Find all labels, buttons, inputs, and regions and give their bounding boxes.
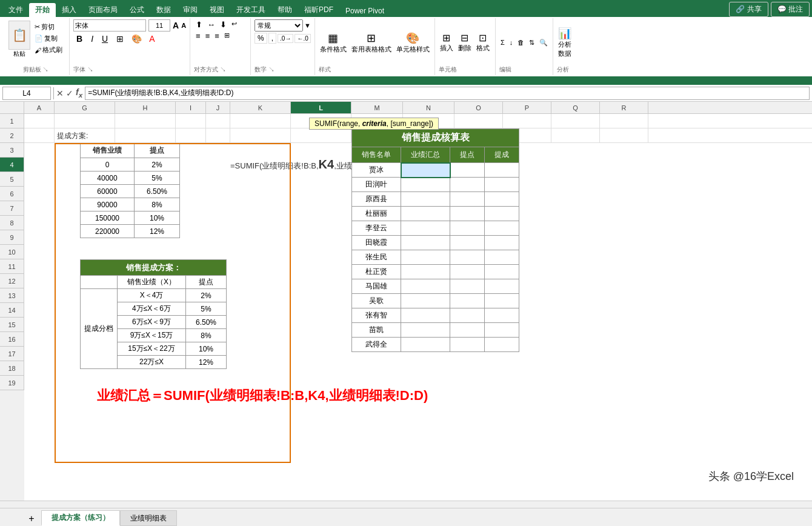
table-row[interactable] (450, 294, 485, 308)
table-row[interactable] (485, 279, 519, 294)
table-row[interactable] (485, 221, 519, 236)
tab-home[interactable]: 开始 (29, 3, 56, 17)
bold-button[interactable]: B (73, 33, 85, 45)
clear-button[interactable]: 🗑 (516, 38, 525, 47)
table-row[interactable] (450, 207, 485, 221)
tab-formula[interactable]: 公式 (124, 3, 150, 17)
table-row[interactable] (401, 192, 450, 207)
table-row[interactable]: 杜丽丽 (352, 207, 401, 221)
decrease-decimal[interactable]: ←.0 (295, 34, 310, 43)
table-row[interactable] (401, 178, 450, 192)
function-icon[interactable]: fx (76, 87, 82, 99)
table-row[interactable] (401, 207, 450, 221)
table-row[interactable]: 田晓霞 (352, 236, 401, 250)
data-analysis-button[interactable]: 📊分析数据 (557, 25, 573, 59)
table-row[interactable] (401, 338, 450, 352)
font-size-input[interactable] (148, 19, 170, 32)
table-row[interactable]: 苗凯 (352, 323, 401, 338)
horizontal-scrollbar[interactable] (0, 501, 812, 508)
col-header-L[interactable]: L (291, 102, 351, 113)
table-row[interactable] (485, 294, 519, 308)
table-row[interactable] (401, 250, 450, 265)
align-bottom[interactable]: ⬇ (218, 19, 228, 30)
table-row[interactable] (450, 221, 485, 236)
increase-decimal[interactable]: .0→ (278, 34, 293, 43)
table-row[interactable] (401, 265, 450, 279)
insert-button[interactable]: ⊞插入 (439, 31, 454, 54)
table-row[interactable] (401, 294, 450, 308)
format-button[interactable]: ⊡格式 (475, 31, 491, 54)
table-row[interactable]: 李登云 (352, 221, 401, 236)
table-row[interactable] (450, 323, 485, 338)
table-row[interactable] (450, 236, 485, 250)
table-format-button[interactable]: ⊞套用表格格式 (350, 30, 393, 55)
table-row[interactable] (485, 323, 519, 338)
tab-view[interactable]: 视图 (204, 3, 230, 17)
sales-row-0-name[interactable]: 贾冰 (352, 163, 401, 178)
paste-button[interactable]: 📋 粘贴 (7, 19, 32, 59)
tab-dev[interactable]: 开发工具 (230, 3, 271, 17)
sort-filter-button[interactable]: ⇅ (528, 38, 536, 48)
table-row[interactable] (450, 265, 485, 279)
sales-row-0-commission[interactable] (485, 163, 519, 178)
table-row[interactable] (401, 236, 450, 250)
tab-data[interactable]: 数据 (150, 3, 177, 17)
table-row[interactable]: 杜正贤 (352, 265, 401, 279)
align-left[interactable]: ≡ (194, 31, 202, 41)
table-row[interactable] (450, 192, 485, 207)
table-row[interactable] (485, 338, 519, 352)
align-middle[interactable]: ↔ (205, 19, 217, 30)
table-row[interactable] (401, 279, 450, 294)
table-row[interactable] (450, 250, 485, 265)
formula-input[interactable]: =SUMIF(业绩明细表!B:B,K4,业绩明细表!D:D) (85, 87, 810, 100)
sales-row-0-total[interactable] (401, 163, 450, 178)
cut-button[interactable]: ✂ 剪切 (33, 22, 64, 32)
sales-row-0-rate[interactable] (450, 163, 485, 178)
conditional-format-button[interactable]: ▦条件格式 (319, 30, 348, 55)
table-row[interactable]: 张有智 (352, 308, 401, 323)
text-wrap[interactable]: ↩ (230, 19, 239, 30)
font-name-input[interactable] (73, 19, 146, 32)
comma-button[interactable]: , (268, 33, 276, 44)
tab-pdf[interactable]: 福昕PDF (298, 3, 339, 17)
table-row[interactable]: 吴歌 (352, 294, 401, 308)
copy-button[interactable]: 📄 复制 (33, 33, 64, 44)
table-row[interactable] (401, 308, 450, 323)
table-row[interactable] (485, 308, 519, 323)
tab-file[interactable]: 文件 (2, 3, 29, 17)
table-row[interactable] (485, 192, 519, 207)
table-row[interactable]: 原西县 (352, 192, 401, 207)
cancel-icon[interactable]: ✕ (56, 88, 64, 98)
table-row[interactable] (450, 338, 485, 352)
share-button[interactable]: 🔗 共享 (729, 2, 768, 17)
tab-powerpivot[interactable]: Power Pivot (339, 5, 390, 17)
cell-style-button[interactable]: 🎨单元格样式 (395, 30, 431, 55)
table-row[interactable] (401, 221, 450, 236)
border-button[interactable]: ⊞ (113, 33, 127, 45)
delete-button[interactable]: ⊟删除 (457, 31, 473, 54)
table-row[interactable] (485, 250, 519, 265)
format-painter-button[interactable]: 🖌 格式刷 (33, 45, 64, 55)
table-row[interactable]: 马国雄 (352, 279, 401, 294)
table-row[interactable] (485, 236, 519, 250)
find-button[interactable]: 🔍 (538, 38, 549, 48)
row-header-4[interactable]: 4 (0, 158, 24, 172)
fill-color-button[interactable]: 🎨 (129, 33, 144, 44)
number-format-select[interactable]: 常规 数字 货币 百分比 (255, 19, 303, 32)
tab-insert[interactable]: 插入 (56, 3, 82, 17)
comment-button[interactable]: 💬 批注 (771, 2, 810, 17)
fill-button[interactable]: ↓ (508, 38, 514, 47)
sum-button[interactable]: Σ (499, 38, 506, 47)
percent-button[interactable]: % (255, 33, 267, 44)
font-color-button[interactable]: A (147, 33, 157, 44)
table-row[interactable] (485, 207, 519, 221)
table-row[interactable] (450, 178, 485, 192)
merge-cells[interactable]: ⊞ (222, 31, 231, 41)
table-row[interactable] (450, 279, 485, 294)
align-right[interactable]: ≡ (213, 31, 221, 41)
align-top[interactable]: ⬆ (194, 19, 204, 30)
table-row[interactable]: 田润叶 (352, 178, 401, 192)
table-row[interactable]: 张生民 (352, 250, 401, 265)
confirm-icon[interactable]: ✓ (66, 88, 73, 98)
table-row[interactable] (401, 323, 450, 338)
